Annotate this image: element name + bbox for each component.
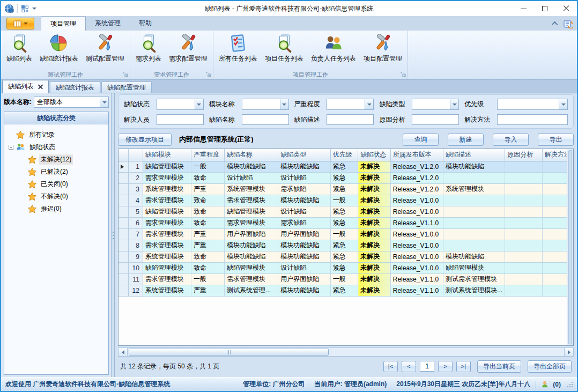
cell-severity[interactable]: 严重 xyxy=(191,228,225,240)
cell-status[interactable]: 未解决 xyxy=(358,183,391,195)
cell-description[interactable]: 缺陷管理模块 xyxy=(443,262,505,273)
cell-analysis[interactable] xyxy=(505,195,543,206)
cell-name[interactable]: 模块功能缺陷 xyxy=(225,161,278,172)
cell-status[interactable]: 未解决 xyxy=(358,285,391,296)
column-header-name[interactable]: 缺陷名称 xyxy=(225,149,278,161)
cell-analysis[interactable] xyxy=(505,285,543,296)
cell-analysis[interactable] xyxy=(505,161,543,172)
cell-severity[interactable]: 一般 xyxy=(191,161,225,172)
cell-severity[interactable]: 致命 xyxy=(191,172,225,183)
cell-analysis[interactable] xyxy=(505,172,543,183)
cell-type[interactable]: 模块功能缺陷 xyxy=(278,240,330,251)
cell-version[interactable]: Release_V1.0.0 xyxy=(390,262,443,273)
cell-description[interactable]: 模块功能缺陷 xyxy=(443,251,505,262)
column-header-version[interactable]: 所属发布版本 xyxy=(390,149,443,161)
cell-module[interactable]: 需求管理模块 xyxy=(143,217,191,228)
dialog-launcher-icon[interactable] xyxy=(206,72,211,77)
cell-priority[interactable]: 紧急 xyxy=(330,206,358,217)
cell-severity[interactable]: 致命 xyxy=(191,262,225,273)
tree-item-unresolved[interactable]: 未解决(12) xyxy=(5,153,107,166)
minimize-button[interactable] xyxy=(513,1,534,16)
ribbon-button-requirement-config[interactable]: 需求配置管理 xyxy=(165,32,211,64)
cell-version[interactable]: Release_V1.0.0 xyxy=(390,228,443,240)
quick-access-dropdown-icon[interactable] xyxy=(32,8,36,10)
cell-status[interactable]: 未解决 xyxy=(358,262,391,273)
tree-item-closed[interactable]: 已关闭(0) xyxy=(5,178,107,190)
cell-status[interactable]: 未解决 xyxy=(358,217,391,228)
row-number[interactable]: 12 xyxy=(128,285,143,296)
dialog-launcher-icon[interactable] xyxy=(401,72,406,77)
cell-module[interactable]: 系统管理模块 xyxy=(143,251,191,262)
cell-priority[interactable]: 紧急 xyxy=(330,172,358,183)
grid-row[interactable]: 1缺陷管理模块一般模块功能缺陷模块功能缺陷紧急未解决Release_V1.2.0… xyxy=(118,161,573,172)
cell-severity[interactable]: 严重 xyxy=(191,240,225,251)
cell-name[interactable]: 测试系统管理... xyxy=(225,285,278,296)
cell-type[interactable]: 用户界面缺陷 xyxy=(278,273,330,285)
filter-severity-select[interactable] xyxy=(327,99,374,110)
cell-severity[interactable]: 致命 xyxy=(191,251,225,262)
cell-description[interactable] xyxy=(443,217,505,228)
ribbon-button-requirement-list[interactable]: 需求列表 xyxy=(132,32,165,64)
cell-module[interactable]: 系统管理模块 xyxy=(143,285,191,296)
cell-analysis[interactable] xyxy=(505,228,543,240)
row-number[interactable]: 10 xyxy=(128,262,143,273)
tree-item-defect-status[interactable]: 缺陷状态 xyxy=(5,141,107,153)
close-button[interactable] xyxy=(555,1,577,16)
export-all-pages-button[interactable]: 导出全部页 xyxy=(528,360,572,373)
cell-name[interactable]: 缺陷管理模块 xyxy=(225,262,278,273)
cell-type[interactable]: 用户界面缺陷 xyxy=(278,228,330,240)
filter-defect-status-select[interactable] xyxy=(157,99,204,110)
cell-status[interactable]: 未解决 xyxy=(358,240,391,251)
cell-version[interactable]: Release_V1.0.0 xyxy=(390,251,443,262)
cell-type[interactable]: 设计缺陷 xyxy=(278,172,330,183)
cell-status[interactable]: 未解决 xyxy=(358,251,391,262)
cell-description[interactable]: 测试需求管理模块 xyxy=(443,273,505,285)
ribbon-button-project-config[interactable]: 项目配置管理 xyxy=(360,32,406,64)
row-number[interactable]: 6 xyxy=(128,217,143,228)
ribbon-button-defect-stats-report[interactable]: 缺陷统计报表 xyxy=(36,32,82,64)
cell-priority[interactable]: 一般 xyxy=(330,273,358,285)
cell-module[interactable]: 需求管理模块 xyxy=(143,195,191,206)
row-number[interactable]: 11 xyxy=(128,273,143,285)
filter-solution-input[interactable] xyxy=(497,114,568,125)
cell-version[interactable]: Release_V1.1.0 xyxy=(390,217,443,228)
cell-name[interactable]: 设计缺陷 xyxy=(225,172,278,183)
cell-priority[interactable]: 一般 xyxy=(330,228,358,240)
search-button[interactable]: 查询 xyxy=(403,134,439,146)
cell-severity[interactable]: 致命 xyxy=(191,206,225,217)
tree-item-all-records[interactable]: 所有记录 xyxy=(5,129,107,141)
cell-analysis[interactable] xyxy=(505,217,543,228)
row-number[interactable]: 2 xyxy=(128,172,143,183)
grid-row[interactable]: 6需求管理模块致命需求管理模块需求缺陷紧急未解决Release_V1.1.0 xyxy=(118,217,573,228)
filter-defect-description-input[interactable] xyxy=(327,114,374,125)
export-button[interactable]: 导出 xyxy=(538,134,574,146)
cell-severity[interactable]: 严重 xyxy=(191,285,225,296)
cell-module[interactable]: 系统管理模块 xyxy=(143,183,191,195)
grid-row[interactable]: 2需求管理模块致命设计缺陷设计缺陷紧急未解决Release_V1.2.0 xyxy=(118,172,573,183)
cell-name[interactable]: 需求管理模块 xyxy=(225,273,278,285)
cell-priority[interactable]: 紧急 xyxy=(330,251,358,262)
filter-defect-name-input[interactable] xyxy=(242,114,289,125)
cell-priority[interactable]: 紧急 xyxy=(330,262,358,273)
next-page-button[interactable]: > xyxy=(438,361,453,372)
column-header-module[interactable]: 缺陷模块 xyxy=(143,149,191,161)
cell-name[interactable]: 需求管理模块 xyxy=(225,195,278,206)
cell-analysis[interactable] xyxy=(505,251,543,262)
cell-description[interactable]: 测试系统管理模块... xyxy=(443,285,505,296)
column-header-analysis[interactable]: 原因分析 xyxy=(505,149,543,161)
cell-type[interactable]: 设计缺陷 xyxy=(278,262,330,273)
cell-type[interactable]: 模块功能缺陷 xyxy=(278,195,330,206)
cell-analysis[interactable] xyxy=(505,183,543,195)
cell-severity[interactable]: 致命 xyxy=(191,217,225,228)
horizontal-scrollbar[interactable] xyxy=(118,347,574,357)
new-button[interactable]: 新建 xyxy=(448,134,484,146)
cell-name[interactable]: 用户界面缺陷 xyxy=(225,228,278,240)
scroll-right-button[interactable] xyxy=(564,348,573,356)
cell-priority[interactable]: 一般 xyxy=(330,195,358,206)
cell-severity[interactable]: 一般 xyxy=(191,273,225,285)
filter-resolver-input[interactable] xyxy=(157,114,204,125)
ribbon-button-all-tasks[interactable]: 所有任务列表 xyxy=(215,32,261,64)
cell-version[interactable]: Release_V1.0.0 xyxy=(390,240,443,251)
version-select[interactable]: 全部版本 xyxy=(34,97,109,108)
cell-priority[interactable]: 紧急 xyxy=(330,285,358,296)
